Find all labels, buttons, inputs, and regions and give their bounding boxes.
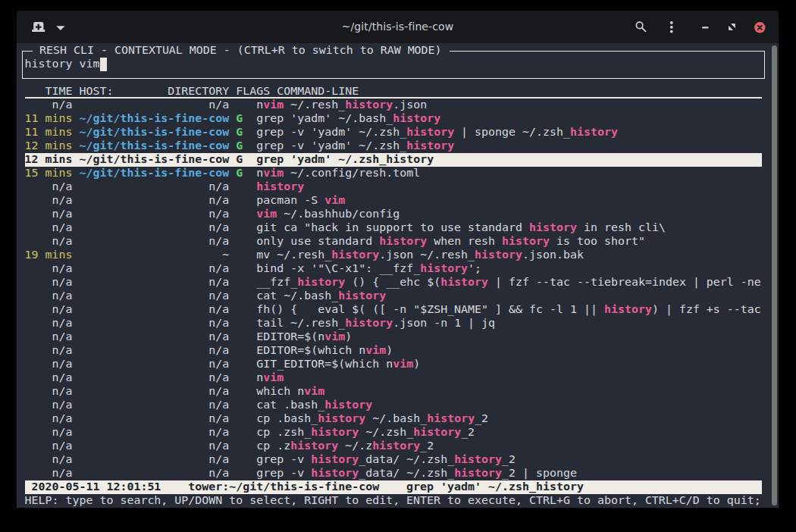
row-flags (236, 467, 243, 480)
row-time: n/a (25, 99, 73, 111)
match-highlight: history (604, 303, 652, 316)
command-text: ~/.zsh_ (359, 426, 413, 439)
command-text: ) (345, 330, 352, 343)
table-row-selected[interactable]: 12 mins ~/git/this-is-fine-cow G grep 'y… (25, 153, 762, 167)
command-text: tail ~/.resh_ (256, 317, 345, 330)
row-flags (236, 358, 243, 371)
row-flags (236, 180, 243, 193)
table-row[interactable]: n/a n/a pacman -S vim (25, 194, 762, 208)
table-row[interactable]: n/a n/a cat ~/.bash_history (25, 289, 762, 303)
match-highlight: history (372, 440, 420, 452)
search-input[interactable]: history vim (25, 58, 762, 71)
command-text: grep -v 'yadm' ~/.zsh_ (256, 139, 406, 152)
table-row[interactable]: n/a n/a history (25, 180, 762, 194)
table-row[interactable]: n/a n/a only use standard history when r… (25, 235, 762, 249)
table-row[interactable]: n/a n/a bind -x '"\C-x1": __fzf_history'… (25, 262, 762, 276)
terminal-window: ~/git/this-is-fine-cow (17, 11, 779, 508)
table-row[interactable]: n/a n/a vim ~/.bashhub/config (25, 208, 762, 221)
table-row[interactable]: n/a n/a nvim ~/.resh_history.json (25, 99, 762, 112)
row-flags (236, 330, 243, 343)
table-row[interactable]: 11 mins ~/git/this-is-fine-cow G grep 'y… (25, 112, 762, 126)
command-text: ) (413, 358, 420, 371)
command-text: cp .zsh_ (256, 426, 311, 439)
command-text: cp .z (256, 440, 290, 452)
scrollbar-thumb[interactable] (772, 45, 777, 505)
command-text: grep -v (256, 467, 311, 480)
command-text: grep 'yadm' ~/.zsh_ (256, 153, 386, 166)
close-icon[interactable] (754, 22, 766, 33)
command-text: .json (393, 99, 427, 111)
command-text: cp .bash_ (256, 412, 318, 425)
command-text: is too short" (550, 235, 645, 248)
command-text: GIT_EDITOR=$(which n (256, 358, 393, 371)
table-header: TIME HOST: DIRECTORY FLAGS COMMAND-LINE (25, 85, 762, 99)
table-row[interactable]: n/a n/a EDITOR=$(which nvim) (25, 344, 762, 358)
table-row[interactable]: n/a n/a EDITOR=$(nvim) (25, 330, 762, 344)
match-highlight: history (454, 467, 502, 480)
row-directory: ~ (79, 249, 229, 261)
table-row[interactable]: n/a n/a tail ~/.resh_history.json -n 1 |… (25, 317, 762, 330)
table-row[interactable]: n/a n/a fh() { eval $( ([ -n "$ZSH_NAME"… (25, 303, 762, 317)
row-flags: G (236, 153, 243, 166)
command-text: n (256, 99, 263, 111)
command-text: _2 (461, 426, 475, 439)
row-directory: n/a (79, 453, 229, 466)
table-row[interactable]: 11 mins ~/git/this-is-fine-cow G grep -v… (25, 126, 762, 139)
table-row[interactable]: n/a n/a GIT_EDITOR=$(which nvim) (25, 358, 762, 371)
command-text: EDITOR=$(which n (256, 344, 365, 357)
text-cursor (100, 58, 107, 71)
command-text: n (256, 167, 263, 180)
row-time: n/a (25, 289, 73, 302)
row-flags (236, 440, 243, 452)
match-highlight: vim (263, 371, 284, 384)
row-flags: G (236, 126, 243, 139)
row-flags (236, 385, 243, 398)
table-row[interactable]: n/a n/a which nvim (25, 385, 762, 399)
search-box-legend: RESH CLI - CONTEXTUAL MODE - (CTRL+R to … (33, 44, 450, 58)
command-text: _data/ ~/.zsh_ (359, 453, 454, 466)
table-row[interactable]: n/a n/a cp .zsh_history ~/.zsh_history_2 (25, 426, 762, 440)
match-highlight: history (502, 235, 550, 248)
command-text: | sponge ~/.zsh_ (454, 126, 570, 139)
command-text: when resh (427, 235, 502, 248)
match-highlight: vim (304, 385, 324, 398)
command-text: _data/ ~/.zsh_ (359, 467, 454, 480)
table-row[interactable]: 12 mins ~/git/this-is-fine-cow G grep -v… (25, 139, 762, 153)
command-text: bind -x '"\C-x1": __fzf_ (256, 262, 420, 275)
row-flags: G (236, 139, 243, 152)
match-highlight: vim (365, 344, 386, 357)
table-row[interactable]: n/a n/a __fzf_history () { __ehc $(histo… (25, 276, 762, 289)
match-highlight: history (529, 221, 577, 234)
table-row[interactable]: n/a n/a grep -v history_data/ ~/.zsh_his… (25, 467, 762, 480)
restore-icon[interactable] (729, 23, 735, 30)
terminal-content: RESH CLI - CONTEXTUAL MODE - (CTRL+R to … (17, 43, 779, 508)
row-directory: n/a (79, 235, 229, 248)
table-row[interactable]: n/a n/a cp .zhistory ~/.zhistory_2 (25, 440, 762, 453)
table-row[interactable]: n/a n/a cp .bash_history ~/.bash_history… (25, 412, 762, 426)
command-text: which n (256, 385, 304, 398)
table-row[interactable]: 15 mins ~/git/this-is-fine-cow G nvim ~/… (25, 167, 762, 180)
command-text: .json ~/.resh_ (379, 249, 475, 261)
kebab-menu-icon[interactable] (669, 21, 675, 33)
command-text: ~/.bash_ (365, 412, 427, 425)
table-row[interactable]: n/a n/a cat .bash_history (25, 399, 762, 412)
row-time: n/a (25, 276, 73, 289)
row-time: 12 mins (25, 139, 73, 152)
command-text: mv ~/.resh_ (256, 249, 331, 261)
table-row[interactable]: 19 mins ~ mv ~/.resh_history.json ~/.res… (25, 249, 762, 262)
search-icon[interactable] (635, 21, 647, 33)
titlebar: ~/git/this-is-fine-cow (17, 11, 779, 43)
command-text: ~/.config/resh.toml (284, 167, 420, 180)
row-time: 19 mins (25, 249, 73, 261)
command-text: _2 | sponge (502, 467, 577, 480)
row-flags (236, 303, 243, 316)
row-time: n/a (25, 180, 73, 193)
row-time: n/a (25, 262, 73, 275)
table-row[interactable]: n/a n/a nvim (25, 371, 762, 385)
table-row[interactable]: n/a n/a grep -v history_data/ ~/.zsh_his… (25, 453, 762, 467)
row-directory: n/a (79, 330, 229, 343)
match-highlight: history (454, 453, 502, 466)
minimize-icon[interactable] (702, 27, 709, 29)
row-flags (236, 235, 243, 248)
table-row[interactable]: n/a n/a git ca "hack in support to use s… (25, 221, 762, 235)
